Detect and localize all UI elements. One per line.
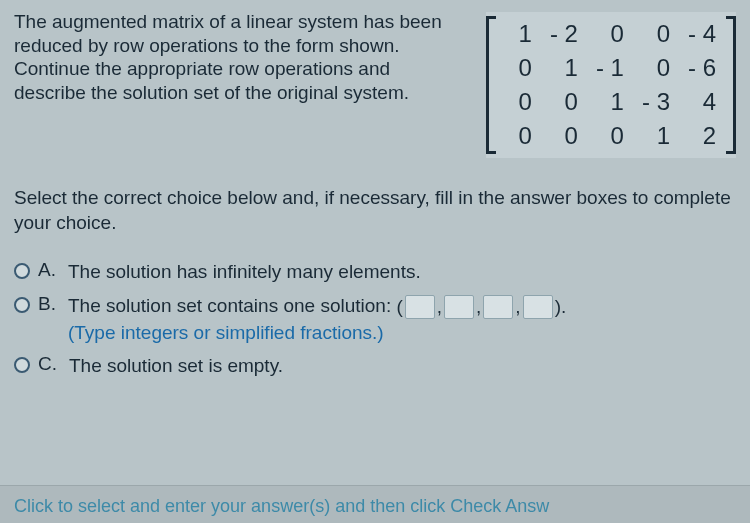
matrix-cell: 0	[596, 20, 624, 48]
answer-tuple: (,,,).	[396, 294, 566, 320]
answer-box-2[interactable]	[444, 295, 474, 319]
radio-a[interactable]	[14, 263, 30, 279]
matrix-cell: - 2	[550, 20, 578, 48]
bracket-left	[486, 16, 496, 154]
matrix-cell: 0	[506, 122, 532, 150]
radio-c[interactable]	[14, 357, 30, 373]
choice-letter: C.	[38, 353, 57, 375]
footer-bar: Click to select and enter your answer(s)…	[0, 485, 750, 523]
footer-text: Click to select and enter your answer(s)…	[14, 496, 549, 516]
choice-text: The solution has infinitely many element…	[68, 259, 421, 285]
choice-b[interactable]: B. The solution set contains one solutio…	[14, 293, 736, 345]
matrix-cell: 1	[596, 88, 624, 116]
choice-a[interactable]: A. The solution has infinitely many elem…	[14, 259, 736, 285]
matrix-cell: 0	[550, 88, 578, 116]
choice-c[interactable]: C. The solution set is empty.	[14, 353, 736, 379]
instruction-text: Select the correct choice below and, if …	[14, 186, 736, 235]
choice-letter: B.	[38, 293, 56, 315]
matrix-cell: 1	[550, 54, 578, 82]
matrix-cell: - 3	[642, 88, 670, 116]
matrix-cell: 1	[506, 20, 532, 48]
answer-box-3[interactable]	[483, 295, 513, 319]
question-text: The augmented matrix of a linear system …	[14, 10, 456, 104]
matrix-cell: 0	[550, 122, 578, 150]
matrix-cell: - 4	[688, 20, 716, 48]
matrix-cell: 2	[688, 122, 716, 150]
matrix-cell: 0	[596, 122, 624, 150]
choice-text: The solution set contains one solution:	[68, 295, 391, 316]
matrix-cell: - 1	[596, 54, 624, 82]
matrix-cell: 1	[642, 122, 670, 150]
augmented-matrix: 1 - 2 0 0 - 4 0 1 - 1 0 - 6 0 0 1 - 3 4 …	[486, 12, 736, 158]
matrix-cell: 0	[642, 20, 670, 48]
matrix-cell: 0	[506, 88, 532, 116]
choice-text: The solution set is empty.	[69, 353, 283, 379]
choice-letter: A.	[38, 259, 56, 281]
matrix-cell: 0	[506, 54, 532, 82]
matrix-cell: 4	[688, 88, 716, 116]
answer-box-4[interactable]	[523, 295, 553, 319]
matrix-cell: 0	[642, 54, 670, 82]
matrix-cell: - 6	[688, 54, 716, 82]
bracket-right	[726, 16, 736, 154]
answer-box-1[interactable]	[405, 295, 435, 319]
radio-b[interactable]	[14, 297, 30, 313]
choice-hint: (Type integers or simplified fractions.)	[68, 322, 384, 343]
